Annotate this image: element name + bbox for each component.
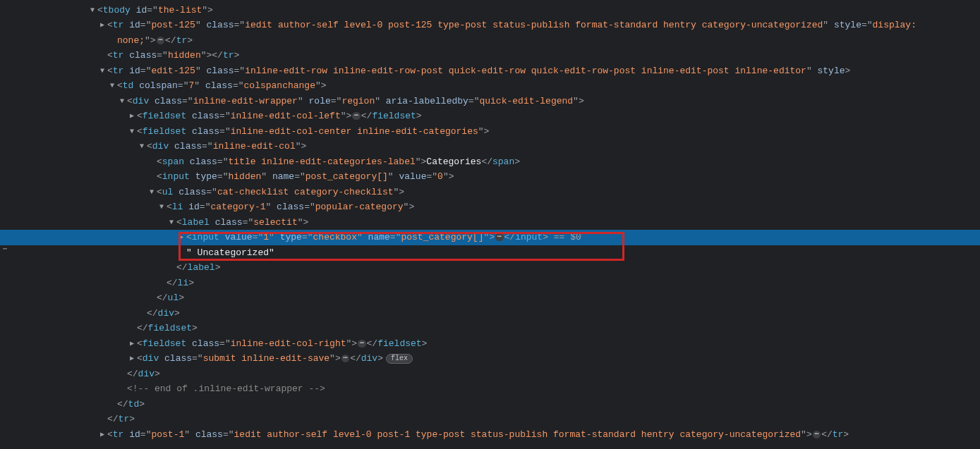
node-content[interactable]: <td colspan="7" class="colspanchange"> <box>117 80 327 91</box>
node-content[interactable]: <tr class="hidden"></tr> <box>107 50 239 61</box>
dom-tree-row[interactable]: ▶</ul> <box>0 290 980 306</box>
dom-tree[interactable]: ▶<thead>⋯</thead>▼<tbody id="the-list">▶… <box>0 0 980 442</box>
node-content[interactable]: <fieldset class="inline-edit-col-center … <box>137 126 489 137</box>
node-content[interactable]: </ul> <box>157 293 184 303</box>
collapse-icon[interactable]: ▼ <box>119 94 126 109</box>
dom-tree-row[interactable]: ▶<span class="title inline-edit-categori… <box>0 154 980 170</box>
dom-tree-row[interactable]: ▶</td> <box>0 397 980 412</box>
expand-icon[interactable]: ▶ <box>99 18 106 33</box>
node-content[interactable]: </tr> <box>107 414 135 424</box>
ellipsis-icon[interactable]: ⋯ <box>341 355 349 362</box>
collapse-icon[interactable]: ▼ <box>138 139 145 154</box>
node-content[interactable]: </li> <box>167 278 194 288</box>
collapse-icon[interactable]: ▼ <box>168 215 175 230</box>
node-content[interactable]: <div class="inline-edit-col"> <box>147 141 306 152</box>
node-content[interactable]: <li id="category-1" class="popular-categ… <box>167 202 414 212</box>
node-content[interactable]: </div> <box>127 369 160 379</box>
node-content[interactable]: <tr id="post-1" class="iedit author-self… <box>107 429 849 440</box>
dom-tree-row[interactable]: ▶<fieldset class="inline-edit-col-right"… <box>0 336 980 352</box>
ellipsis-icon[interactable]: ⋯ <box>495 233 503 241</box>
node-content[interactable]: <span class="title inline-edit-categorie… <box>157 156 520 167</box>
expand-icon[interactable]: ▶ <box>99 427 106 443</box>
dom-tree-row[interactable]: ▶<input value="1" type="checkbox" name="… <box>0 230 980 245</box>
node-content[interactable]: <div class="inline-edit-wrapper" role="r… <box>127 96 584 106</box>
dom-tree-row[interactable]: ▶<tr id="post-125" class="iedit author-s… <box>0 18 980 33</box>
node-content[interactable]: <tbody id="the-list"> <box>97 5 213 16</box>
dom-tree-row[interactable]: ▶</div> <box>0 306 980 321</box>
dom-tree-row[interactable]: ▶</fieldset> <box>0 321 980 336</box>
node-content[interactable]: " Uncategorized" <box>186 247 274 258</box>
ellipsis-icon[interactable]: ⋯ <box>352 112 360 120</box>
expand-icon[interactable]: ▶ <box>128 109 135 124</box>
node-content[interactable]: </td> <box>117 399 145 410</box>
expand-icon[interactable]: ▶ <box>178 230 185 245</box>
ellipsis-icon[interactable]: ⋯ <box>358 340 365 347</box>
layout-badge: flex <box>386 354 413 364</box>
collapse-icon[interactable]: ▼ <box>99 63 106 79</box>
dom-tree-row[interactable]: ▶" Uncategorized" <box>0 245 980 261</box>
node-content[interactable]: <fieldset class="inline-edit-col-right">… <box>137 338 427 349</box>
dom-tree-row[interactable]: ▼<tr id="edit-125" class="inline-edit-ro… <box>0 63 980 79</box>
dom-tree-row[interactable]: ▶<tr class="hidden"></tr> <box>0 48 980 63</box>
dom-tree-row[interactable]: ▶</li> <box>0 276 980 291</box>
node-content[interactable]: <fieldset class="inline-edit-col-left">⋯… <box>137 111 422 121</box>
ellipsis-icon[interactable]: ⋯ <box>157 37 164 44</box>
collapse-icon[interactable]: ▼ <box>148 185 155 200</box>
dom-tree-row[interactable]: ▶<div class="submit inline-edit-save">⋯<… <box>0 351 980 367</box>
collapse-icon[interactable]: ▼ <box>89 3 96 18</box>
dom-tree-row[interactable]: ▶<!-- end of .inline-edit-wrapper --> <box>0 381 980 397</box>
dom-tree-row[interactable]: ▼<div class="inline-edit-col"> <box>0 139 980 154</box>
dom-tree-row[interactable]: ▼<tbody id="the-list"> <box>0 3 980 18</box>
node-content[interactable]: <!-- end of .inline-edit-wrapper --> <box>127 383 325 394</box>
expand-icon[interactable]: ▶ <box>128 351 135 367</box>
dom-tree-row[interactable]: ▼<fieldset class="inline-edit-col-center… <box>0 124 980 140</box>
dom-tree-row[interactable]: ▶<fieldset class="inline-edit-col-left">… <box>0 109 980 124</box>
dom-tree-row[interactable]: ▶</tr> <box>0 412 980 427</box>
dom-tree-row[interactable]: ▼<td colspan="7" class="colspanchange"> <box>0 78 980 94</box>
dom-tree-row[interactable]: ▼<ul class="cat-checklist category-check… <box>0 185 980 200</box>
node-content[interactable]: <input value="1" type="checkbox" name="p… <box>186 232 581 242</box>
collapse-icon[interactable]: ▼ <box>128 124 135 140</box>
dom-tree-row[interactable]: ▶none;">⋯</tr> <box>0 33 980 49</box>
dom-tree-row[interactable]: ▶</label> <box>0 260 980 276</box>
ellipsis-icon[interactable]: ⋯ <box>813 431 821 438</box>
node-content[interactable]: </fieldset> <box>137 323 198 333</box>
node-content[interactable]: </div> <box>147 308 180 319</box>
node-content[interactable]: <tr id="edit-125" class="inline-edit-row… <box>107 66 850 76</box>
dom-tree-row[interactable]: ▶<tr id="post-1" class="iedit author-sel… <box>0 427 980 443</box>
dom-tree-row[interactable]: ▼<label class="selectit"> <box>0 215 980 230</box>
node-content[interactable]: <ul class="cat-checklist category-checkl… <box>157 187 404 197</box>
node-content[interactable]: </label> <box>176 262 220 273</box>
dom-tree-row[interactable]: ▶<input type="hidden" name="post_categor… <box>0 169 980 185</box>
node-content[interactable]: <label class="selectit"> <box>176 217 308 228</box>
dom-tree-row[interactable]: ▼<div class="inline-edit-wrapper" role="… <box>0 94 980 109</box>
collapse-icon[interactable]: ▼ <box>109 78 116 94</box>
expand-icon[interactable]: ▶ <box>128 336 135 352</box>
node-content[interactable]: <div class="submit inline-edit-save">⋯</… <box>137 353 413 364</box>
node-content[interactable]: <input type="hidden" name="post_category… <box>157 171 454 182</box>
dom-tree-row[interactable]: ▶</div> <box>0 367 980 382</box>
gutter-ellipsis-icon: ⋯ <box>3 242 8 257</box>
dom-tree-row[interactable]: ▼<li id="category-1" class="popular-cate… <box>0 199 980 215</box>
collapse-icon[interactable]: ▼ <box>158 199 165 215</box>
